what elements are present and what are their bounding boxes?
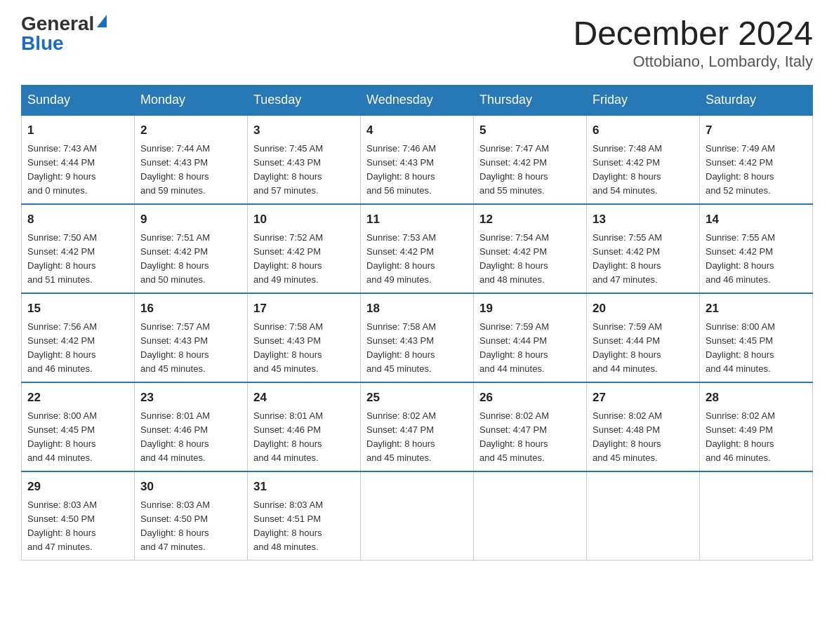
day-number: 31 xyxy=(253,478,355,496)
day-info: Sunrise: 7:55 AMSunset: 4:42 PMDaylight:… xyxy=(706,231,807,288)
day-number: 10 xyxy=(253,210,355,229)
day-info: Sunrise: 7:44 AMSunset: 4:43 PMDaylight:… xyxy=(140,142,241,199)
calendar-cell: 20Sunrise: 7:59 AMSunset: 4:44 PMDayligh… xyxy=(587,293,700,382)
calendar-cell: 2Sunrise: 7:44 AMSunset: 4:43 PMDaylight… xyxy=(135,115,248,204)
calendar-cell: 13Sunrise: 7:55 AMSunset: 4:42 PMDayligh… xyxy=(587,204,700,293)
day-info: Sunrise: 7:50 AMSunset: 4:42 PMDaylight:… xyxy=(27,231,128,288)
logo-triangle-icon xyxy=(97,15,107,27)
calendar-cell: 7Sunrise: 7:49 AMSunset: 4:42 PMDaylight… xyxy=(700,115,813,204)
day-info: Sunrise: 7:54 AMSunset: 4:42 PMDaylight:… xyxy=(479,231,581,288)
calendar-cell: 15Sunrise: 7:56 AMSunset: 4:42 PMDayligh… xyxy=(22,293,135,382)
day-info: Sunrise: 7:45 AMSunset: 4:43 PMDaylight:… xyxy=(253,142,355,199)
calendar-cell: 12Sunrise: 7:54 AMSunset: 4:42 PMDayligh… xyxy=(474,204,587,293)
week-row-3: 15Sunrise: 7:56 AMSunset: 4:42 PMDayligh… xyxy=(22,293,813,382)
day-number: 29 xyxy=(27,478,128,496)
day-number: 2 xyxy=(140,121,241,140)
week-row-1: 1Sunrise: 7:43 AMSunset: 4:44 PMDaylight… xyxy=(22,115,813,204)
day-info: Sunrise: 7:51 AMSunset: 4:42 PMDaylight:… xyxy=(140,231,241,288)
day-info: Sunrise: 7:49 AMSunset: 4:42 PMDaylight:… xyxy=(706,142,807,199)
day-number: 5 xyxy=(479,121,581,140)
day-number: 20 xyxy=(593,300,694,318)
day-info: Sunrise: 7:53 AMSunset: 4:42 PMDaylight:… xyxy=(366,231,468,288)
header-monday: Monday xyxy=(135,86,248,116)
day-number: 3 xyxy=(253,121,355,140)
day-info: Sunrise: 8:02 AMSunset: 4:49 PMDaylight:… xyxy=(706,409,807,466)
day-number: 24 xyxy=(253,389,355,407)
day-info: Sunrise: 7:56 AMSunset: 4:42 PMDaylight:… xyxy=(27,320,128,377)
calendar-cell: 30Sunrise: 8:03 AMSunset: 4:50 PMDayligh… xyxy=(135,471,248,561)
header-sunday: Sunday xyxy=(22,86,135,116)
calendar-cell: 17Sunrise: 7:58 AMSunset: 4:43 PMDayligh… xyxy=(248,293,361,382)
header-friday: Friday xyxy=(587,86,700,116)
day-number: 9 xyxy=(140,210,241,229)
title-block: December 2024 Ottobiano, Lombardy, Italy xyxy=(573,14,813,71)
calendar-cell xyxy=(361,471,474,561)
week-row-4: 22Sunrise: 8:00 AMSunset: 4:45 PMDayligh… xyxy=(22,382,813,471)
weekday-header-row: Sunday Monday Tuesday Wednesday Thursday… xyxy=(22,86,813,116)
header-wednesday: Wednesday xyxy=(361,86,474,116)
day-number: 14 xyxy=(706,210,807,229)
calendar-table: Sunday Monday Tuesday Wednesday Thursday… xyxy=(21,85,813,561)
calendar-cell: 3Sunrise: 7:45 AMSunset: 4:43 PMDaylight… xyxy=(248,115,361,204)
day-info: Sunrise: 8:00 AMSunset: 4:45 PMDaylight:… xyxy=(27,409,128,466)
calendar-cell: 19Sunrise: 7:59 AMSunset: 4:44 PMDayligh… xyxy=(474,293,587,382)
day-info: Sunrise: 8:02 AMSunset: 4:47 PMDaylight:… xyxy=(366,409,468,466)
day-info: Sunrise: 8:00 AMSunset: 4:45 PMDaylight:… xyxy=(706,320,807,377)
day-info: Sunrise: 7:59 AMSunset: 4:44 PMDaylight:… xyxy=(479,320,581,377)
header-tuesday: Tuesday xyxy=(248,86,361,116)
day-info: Sunrise: 7:55 AMSunset: 4:42 PMDaylight:… xyxy=(593,231,694,288)
day-info: Sunrise: 7:58 AMSunset: 4:43 PMDaylight:… xyxy=(366,320,468,377)
calendar-cell: 25Sunrise: 8:02 AMSunset: 4:47 PMDayligh… xyxy=(361,382,474,471)
week-row-2: 8Sunrise: 7:50 AMSunset: 4:42 PMDaylight… xyxy=(22,204,813,293)
day-info: Sunrise: 8:01 AMSunset: 4:46 PMDaylight:… xyxy=(253,409,355,466)
calendar-cell: 10Sunrise: 7:52 AMSunset: 4:42 PMDayligh… xyxy=(248,204,361,293)
day-number: 1 xyxy=(27,121,128,140)
day-number: 15 xyxy=(27,300,128,318)
day-number: 17 xyxy=(253,300,355,318)
day-number: 4 xyxy=(366,121,468,140)
calendar-cell: 24Sunrise: 8:01 AMSunset: 4:46 PMDayligh… xyxy=(248,382,361,471)
day-info: Sunrise: 8:02 AMSunset: 4:47 PMDaylight:… xyxy=(479,409,581,466)
day-info: Sunrise: 7:57 AMSunset: 4:43 PMDaylight:… xyxy=(140,320,241,377)
calendar-cell: 16Sunrise: 7:57 AMSunset: 4:43 PMDayligh… xyxy=(135,293,248,382)
week-row-5: 29Sunrise: 8:03 AMSunset: 4:50 PMDayligh… xyxy=(22,471,813,561)
day-number: 12 xyxy=(479,210,581,229)
day-number: 19 xyxy=(479,300,581,318)
day-info: Sunrise: 7:59 AMSunset: 4:44 PMDaylight:… xyxy=(593,320,694,377)
day-info: Sunrise: 7:52 AMSunset: 4:42 PMDaylight:… xyxy=(253,231,355,288)
day-info: Sunrise: 7:58 AMSunset: 4:43 PMDaylight:… xyxy=(253,320,355,377)
day-number: 23 xyxy=(140,389,241,407)
calendar-cell: 21Sunrise: 8:00 AMSunset: 4:45 PMDayligh… xyxy=(700,293,813,382)
day-number: 7 xyxy=(706,121,807,140)
day-number: 13 xyxy=(593,210,694,229)
calendar-cell xyxy=(700,471,813,561)
logo-general-text: General xyxy=(21,14,94,34)
calendar-cell: 11Sunrise: 7:53 AMSunset: 4:42 PMDayligh… xyxy=(361,204,474,293)
day-number: 6 xyxy=(593,121,694,140)
calendar-cell: 8Sunrise: 7:50 AMSunset: 4:42 PMDaylight… xyxy=(22,204,135,293)
calendar-cell: 28Sunrise: 8:02 AMSunset: 4:49 PMDayligh… xyxy=(700,382,813,471)
calendar-cell: 6Sunrise: 7:48 AMSunset: 4:42 PMDaylight… xyxy=(587,115,700,204)
day-number: 18 xyxy=(366,300,468,318)
calendar-cell: 26Sunrise: 8:02 AMSunset: 4:47 PMDayligh… xyxy=(474,382,587,471)
day-number: 16 xyxy=(140,300,241,318)
calendar-cell: 4Sunrise: 7:46 AMSunset: 4:43 PMDaylight… xyxy=(361,115,474,204)
day-info: Sunrise: 8:03 AMSunset: 4:50 PMDaylight:… xyxy=(27,498,128,555)
calendar-cell: 23Sunrise: 8:01 AMSunset: 4:46 PMDayligh… xyxy=(135,382,248,471)
location-subtitle: Ottobiano, Lombardy, Italy xyxy=(573,53,813,71)
logo: General Blue xyxy=(21,14,107,53)
calendar-cell: 5Sunrise: 7:47 AMSunset: 4:42 PMDaylight… xyxy=(474,115,587,204)
day-number: 30 xyxy=(140,478,241,496)
month-year-title: December 2024 xyxy=(573,14,813,53)
day-number: 25 xyxy=(366,389,468,407)
header-thursday: Thursday xyxy=(474,86,587,116)
day-number: 11 xyxy=(366,210,468,229)
calendar-cell: 14Sunrise: 7:55 AMSunset: 4:42 PMDayligh… xyxy=(700,204,813,293)
day-number: 27 xyxy=(593,389,694,407)
calendar-cell: 29Sunrise: 8:03 AMSunset: 4:50 PMDayligh… xyxy=(22,471,135,561)
day-info: Sunrise: 8:02 AMSunset: 4:48 PMDaylight:… xyxy=(593,409,694,466)
day-info: Sunrise: 8:03 AMSunset: 4:50 PMDaylight:… xyxy=(140,498,241,555)
calendar-cell: 27Sunrise: 8:02 AMSunset: 4:48 PMDayligh… xyxy=(587,382,700,471)
logo-blue-text: Blue xyxy=(21,34,64,53)
calendar-cell: 18Sunrise: 7:58 AMSunset: 4:43 PMDayligh… xyxy=(361,293,474,382)
